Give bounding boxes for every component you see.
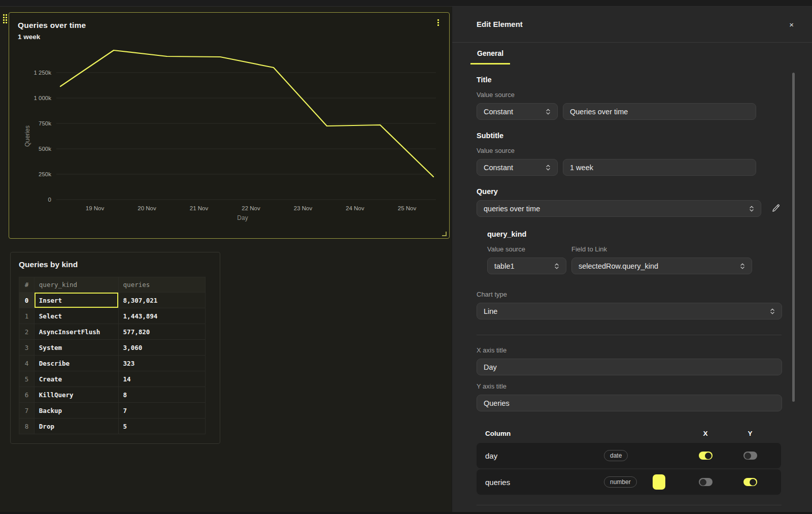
subtitle-value-input[interactable] <box>563 159 756 176</box>
field-to-link-label: Field to Link <box>571 245 752 253</box>
row-index: 1 <box>19 308 35 324</box>
x-axis-title-input[interactable] <box>477 359 782 375</box>
cell-queries[interactable]: 577,820 <box>118 324 205 340</box>
top-bar <box>0 0 812 7</box>
svg-text:23 Nov: 23 Nov <box>294 205 313 211</box>
title-section-heading: Title <box>477 76 782 84</box>
panel-scrollbar[interactable] <box>792 73 795 402</box>
type-badge: number <box>604 476 637 488</box>
close-icon[interactable]: × <box>789 21 794 28</box>
dashboard-canvas: 0250k500k750k1 000k1 250k19 Nov20 Nov21 … <box>0 7 452 512</box>
svg-text:750k: 750k <box>39 120 51 126</box>
kebab-menu-icon[interactable] <box>434 19 442 28</box>
cell-queries[interactable]: 8 <box>118 387 205 403</box>
y-axis-toggle[interactable] <box>743 452 757 460</box>
y-header: Y <box>748 430 752 437</box>
svg-text:250k: 250k <box>39 171 51 177</box>
row-index: 5 <box>19 371 35 387</box>
subtitle-source-select[interactable]: Constant <box>477 159 558 176</box>
row-index: 7 <box>19 403 35 419</box>
cell-queries[interactable]: 323 <box>118 356 205 371</box>
columns-config-table: Column X Y daydatequeriesnumber <box>477 424 781 495</box>
table-row: 3System3,060 <box>19 340 206 356</box>
table-title: Queries by kind <box>19 260 212 269</box>
cell-queries[interactable]: 7 <box>118 403 205 419</box>
chevron-updown-icon <box>770 308 775 315</box>
table-row: 0Insert8,307,021 <box>19 293 206 308</box>
bottom-edge <box>0 512 812 514</box>
series-color-swatch[interactable] <box>653 474 665 490</box>
row-index: 4 <box>19 356 35 371</box>
title-value-input[interactable] <box>563 103 756 120</box>
y-axis-title-input[interactable] <box>477 395 782 411</box>
cell-queries[interactable]: 8,307,021 <box>118 293 205 308</box>
resize-handle[interactable] <box>442 232 447 236</box>
cell-queries[interactable]: 5 <box>118 419 205 434</box>
svg-text:25 Nov: 25 Nov <box>398 205 417 211</box>
panel-title: Edit Element <box>477 20 523 28</box>
cell-query-kind[interactable]: AsyncInsertFlush <box>34 324 118 340</box>
cell-query-kind[interactable]: Create <box>34 371 118 387</box>
query-kind-value-source-label: Value source <box>487 245 566 253</box>
y-axis-title-label: Y axis title <box>477 382 782 390</box>
chevron-updown-icon <box>554 263 559 270</box>
query-kind-source-select[interactable]: table1 <box>487 258 566 274</box>
row-index: 3 <box>19 340 35 356</box>
table-row: 6KillQuery8 <box>19 387 206 403</box>
chart-panel[interactable]: 0250k500k750k1 000k1 250k19 Nov20 Nov21 … <box>9 12 450 239</box>
cell-query-kind[interactable]: Describe <box>34 356 118 371</box>
cell-query-kind[interactable]: KillQuery <box>34 387 118 403</box>
header-divider <box>452 42 812 43</box>
x-axis-toggle[interactable] <box>699 452 713 460</box>
drag-handle-icon[interactable] <box>3 14 7 23</box>
cell-query-kind[interactable]: Insert <box>34 293 118 308</box>
chevron-updown-icon <box>740 263 745 270</box>
query-select[interactable]: queries over time <box>477 200 761 217</box>
chart-line-queries <box>60 50 433 177</box>
cell-queries[interactable]: 1,443,894 <box>118 308 205 324</box>
chart-subtitle: 1 week <box>18 33 40 41</box>
cell-query-kind[interactable]: System <box>34 340 118 356</box>
cell-query-kind[interactable]: Backup <box>34 403 118 419</box>
cell-query-kind[interactable]: Drop <box>34 419 118 434</box>
svg-text:500k: 500k <box>39 146 51 152</box>
table-row: 5Create14 <box>19 371 206 387</box>
svg-text:Day: Day <box>237 214 248 221</box>
field-to-link-select[interactable]: selectedRow.query_kind <box>571 258 752 274</box>
svg-text:19 Nov: 19 Nov <box>86 205 105 211</box>
column-config-row: daydate <box>477 443 781 468</box>
columns-header: Column <box>485 430 604 437</box>
y-axis-toggle[interactable] <box>743 478 757 486</box>
cell-queries[interactable]: 3,060 <box>118 340 205 356</box>
x-axis-title-label: X axis title <box>477 346 782 354</box>
chart-type-label: Chart type <box>477 291 782 298</box>
edit-query-pencil-icon[interactable] <box>770 203 781 215</box>
svg-text:1 000k: 1 000k <box>33 95 51 101</box>
subtitle-section-heading: Subtitle <box>477 132 782 140</box>
chart-title: Queries over time <box>18 21 86 30</box>
svg-text:20 Nov: 20 Nov <box>138 205 156 211</box>
chart-type-select[interactable]: Line <box>477 303 782 319</box>
x-axis-toggle[interactable] <box>699 478 713 486</box>
table-row: 2AsyncInsertFlush577,820 <box>19 324 206 340</box>
table-row: 7Backup7 <box>19 403 206 419</box>
column-config-row: queriesnumber <box>477 469 781 495</box>
x-header: X <box>703 430 707 437</box>
svg-text:Queries: Queries <box>24 125 31 147</box>
cell-queries[interactable]: 14 <box>118 371 205 387</box>
chevron-updown-icon <box>546 108 551 115</box>
row-index: 0 <box>19 293 35 308</box>
cell-query-kind[interactable]: Select <box>34 308 118 324</box>
edit-element-panel: Edit Element × General Title Value sourc… <box>452 7 812 512</box>
col-header-queries[interactable]: queries <box>118 277 205 293</box>
table-panel: Queries by kind # query_kind queries 0In… <box>10 252 220 444</box>
col-header-index[interactable]: # <box>19 277 35 293</box>
title-source-select[interactable]: Constant <box>477 103 558 120</box>
col-header-query-kind[interactable]: query_kind <box>34 277 118 293</box>
line-chart: 0250k500k750k1 000k1 250k19 Nov20 Nov21 … <box>9 13 449 238</box>
queries-by-kind-table: # query_kind queries 0Insert8,307,0211Se… <box>19 277 206 434</box>
svg-text:0: 0 <box>48 197 51 203</box>
tab-general[interactable]: General <box>470 49 510 65</box>
table-row: 4Describe323 <box>19 356 206 371</box>
table-row: 8Drop5 <box>19 419 206 434</box>
